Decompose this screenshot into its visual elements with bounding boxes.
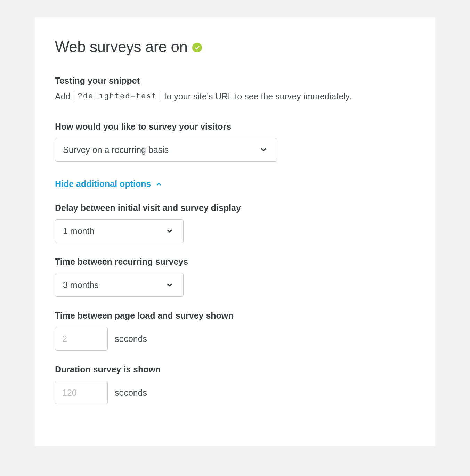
- survey-method-label: How would you like to survey your visito…: [55, 122, 415, 132]
- chevron-down-icon: [166, 281, 173, 289]
- recurring-gap-select[interactable]: 3 months: [55, 273, 184, 297]
- survey-method-value: Survey on a recurring basis: [63, 145, 169, 155]
- testing-instruction: Add ?delighted=test to your site’s URL t…: [55, 91, 415, 102]
- query-param-chip: ?delighted=test: [74, 91, 161, 102]
- delay-initial-field: Delay between initial visit and survey d…: [55, 203, 415, 243]
- page-title: Web surveys are on: [55, 38, 187, 56]
- duration-shown-field: Duration survey is shown seconds: [55, 364, 415, 404]
- delay-initial-value: 1 month: [63, 226, 94, 236]
- page-load-delay-unit: seconds: [115, 334, 147, 344]
- testing-prefix: Add: [55, 91, 70, 101]
- toggle-label: Hide additional options: [55, 179, 151, 189]
- chevron-down-icon: [166, 227, 173, 235]
- page-title-row: Web surveys are on: [55, 38, 415, 56]
- settings-card: Web surveys are on Testing your snippet …: [35, 17, 435, 446]
- page-load-delay-row: seconds: [55, 327, 415, 351]
- toggle-additional-options[interactable]: Hide additional options: [55, 179, 415, 189]
- page-load-delay-label: Time between page load and survey shown: [55, 311, 415, 321]
- recurring-gap-field: Time between recurring surveys 3 months: [55, 257, 415, 297]
- delay-initial-select[interactable]: 1 month: [55, 219, 184, 243]
- duration-shown-unit: seconds: [115, 388, 147, 398]
- survey-method-select[interactable]: Survey on a recurring basis: [55, 138, 277, 162]
- page-load-delay-input[interactable]: [55, 327, 108, 351]
- duration-shown-label: Duration survey is shown: [55, 364, 415, 375]
- recurring-gap-value: 3 months: [63, 280, 99, 290]
- testing-heading: Testing your snippet: [55, 76, 415, 86]
- status-check-icon: [192, 43, 202, 52]
- page-load-delay-field: Time between page load and survey shown …: [55, 311, 415, 351]
- delay-initial-label: Delay between initial visit and survey d…: [55, 203, 415, 213]
- chevron-up-icon: [156, 181, 162, 187]
- chevron-down-icon: [260, 146, 267, 154]
- duration-shown-row: seconds: [55, 381, 415, 404]
- testing-suffix: to your site’s URL to see the survey imm…: [164, 91, 352, 101]
- duration-shown-input[interactable]: [55, 381, 108, 404]
- recurring-gap-label: Time between recurring surveys: [55, 257, 415, 267]
- survey-method-field: How would you like to survey your visito…: [55, 122, 415, 162]
